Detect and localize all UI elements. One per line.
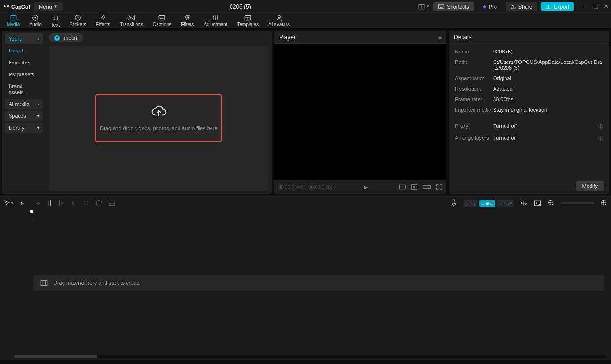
layout-icon[interactable]: ▼ — [418, 4, 430, 10]
cover-button[interactable] — [534, 200, 541, 206]
svg-point-11 — [77, 17, 77, 17]
keyboard-icon — [438, 4, 444, 9]
sidebar-item-import[interactable]: Import — [5, 45, 43, 56]
magnet-main-button[interactable]: ▭◉▭ — [479, 200, 495, 207]
minimize-button[interactable]: — — [582, 3, 588, 10]
text-icon: TI — [53, 14, 58, 21]
zoom-out-button[interactable] — [548, 200, 554, 206]
detail-label-imported: Imported media: — [455, 107, 493, 113]
magnetic-group: ▭◦▭ ▭◉▭ ▭◦▭▾ — [464, 200, 514, 207]
sidebar-item-favorites[interactable]: Favorites — [5, 57, 43, 68]
undo-button[interactable] — [20, 200, 27, 206]
tab-captions[interactable]: Captions — [148, 13, 176, 28]
detail-label-arrange: Arrange layers — [455, 135, 493, 141]
sidebar-item-yours[interactable]: Yours ▴ — [5, 33, 43, 44]
app-logo: CapCut — [3, 3, 30, 10]
close-button[interactable]: ✕ — [604, 3, 608, 10]
shortcuts-label: Shortcuts — [447, 4, 469, 10]
ratio-wide-icon[interactable] — [422, 185, 431, 189]
player-viewport[interactable] — [274, 44, 446, 180]
sidebar-item-library[interactable]: Library ▾ — [5, 123, 43, 133]
tab-ai-avatars[interactable]: AI avatars — [263, 13, 295, 28]
tab-stickers[interactable]: Stickers — [64, 13, 91, 28]
project-title: 0206 (5) — [63, 3, 419, 10]
select-tool[interactable]: ▾ — [4, 200, 13, 206]
svg-rect-6 — [440, 7, 443, 8]
info-icon[interactable]: ⓘ — [598, 135, 603, 142]
pro-button[interactable]: ◆ Pro — [478, 2, 502, 11]
import-button-label: Import — [63, 35, 77, 41]
export-button[interactable]: Export — [541, 2, 574, 11]
svg-rect-41 — [453, 200, 455, 204]
tab-effects-label: Effects — [96, 22, 110, 27]
split-right-tool[interactable] — [71, 200, 76, 207]
sidebar-item-my-presets[interactable]: My presets — [5, 69, 43, 80]
sidebar-item-brand-assets[interactable]: Brand assets — [5, 81, 43, 97]
timeline-scrollbar[interactable] — [14, 355, 606, 358]
zoom-in-button[interactable] — [601, 200, 607, 206]
play-button[interactable]: ▶ — [364, 185, 368, 190]
timeline[interactable]: Drag material here and start to create — [0, 210, 611, 360]
mic-button[interactable] — [451, 199, 457, 207]
modify-button[interactable]: Modify — [576, 181, 604, 191]
maximize-button[interactable]: ▢ — [593, 3, 598, 10]
playhead[interactable] — [32, 211, 32, 219]
share-button[interactable]: Share — [506, 2, 537, 11]
detail-value-name: 0206 (5) — [493, 49, 603, 54]
detail-value-proxy: Turned off — [493, 123, 595, 129]
fullscreen-icon[interactable] — [436, 184, 442, 190]
split-tool[interactable] — [47, 200, 52, 207]
tab-adjustment[interactable]: Adjustment — [199, 13, 232, 28]
svg-rect-2 — [439, 4, 444, 9]
sidebar-item-spaces[interactable]: Spaces ▾ — [5, 111, 43, 121]
tab-media[interactable]: Media — [2, 13, 24, 28]
effects-icon — [100, 14, 106, 21]
tab-text-label: Text — [51, 22, 60, 28]
tab-filters[interactable]: Filters — [176, 13, 199, 28]
tab-effects[interactable]: Effects — [91, 13, 115, 28]
sidebar-label: AI media — [9, 101, 29, 107]
drop-hint: Drag and drop videos, photos, and audio … — [100, 125, 217, 131]
preview-axis-button[interactable] — [520, 200, 527, 207]
audio-icon — [32, 14, 39, 21]
tab-captions-label: Captions — [153, 22, 171, 27]
timeline-hint: Drag material here and start to create — [53, 280, 141, 286]
player-menu-icon[interactable]: ≡ — [438, 34, 442, 41]
tab-text[interactable]: TI Text — [46, 13, 64, 28]
timeline-main-track[interactable]: Drag material here and start to create — [33, 275, 604, 291]
svg-point-30 — [413, 186, 415, 188]
shortcuts-button[interactable]: Shortcuts — [433, 2, 474, 11]
share-icon — [510, 4, 516, 10]
redo-button[interactable] — [33, 200, 40, 206]
pro-label: Pro — [489, 4, 497, 10]
sidebar-item-ai-media[interactable]: AI media ▾ — [5, 99, 43, 109]
tab-templates[interactable]: Templates — [232, 13, 263, 28]
detail-label-name: Name: — [455, 49, 493, 54]
detail-label-framerate: Frame rate: — [455, 96, 493, 102]
mask-tool[interactable] — [96, 200, 102, 207]
svg-rect-51 — [41, 281, 47, 286]
menu-button[interactable]: Menu ▼ — [34, 2, 62, 11]
safe-zone-icon[interactable] — [411, 184, 418, 190]
player-current-time: 00:00:00:00 — [278, 185, 304, 190]
tab-audio[interactable]: Audio — [24, 13, 46, 28]
import-button[interactable]: + Import — [49, 33, 83, 42]
detail-label-proxy: Proxy: — [455, 123, 493, 129]
zoom-slider[interactable] — [561, 202, 594, 204]
split-left-tool[interactable] — [58, 200, 64, 207]
crop-tool[interactable] — [83, 200, 89, 206]
sidebar-label: Library — [9, 125, 25, 131]
media-drop-area[interactable]: Drag and drop videos, photos, and audio … — [49, 46, 269, 191]
ratio-preset-icon[interactable] — [399, 184, 406, 190]
info-icon[interactable]: ⓘ — [598, 123, 603, 130]
freeze-tool[interactable] — [108, 200, 115, 206]
svg-point-9 — [34, 17, 36, 19]
tab-transitions[interactable]: Transitions — [115, 13, 148, 28]
magnet-timeline-button[interactable]: ▭◦▭ — [464, 200, 477, 207]
magnet-link-button[interactable]: ▭◦▭▾ — [497, 200, 514, 207]
ai-avatars-icon — [276, 14, 283, 21]
svg-rect-29 — [412, 185, 417, 190]
svg-rect-3 — [440, 5, 440, 6]
drop-zone[interactable]: Drag and drop videos, photos, and audio … — [95, 94, 222, 142]
svg-rect-28 — [399, 185, 405, 189]
